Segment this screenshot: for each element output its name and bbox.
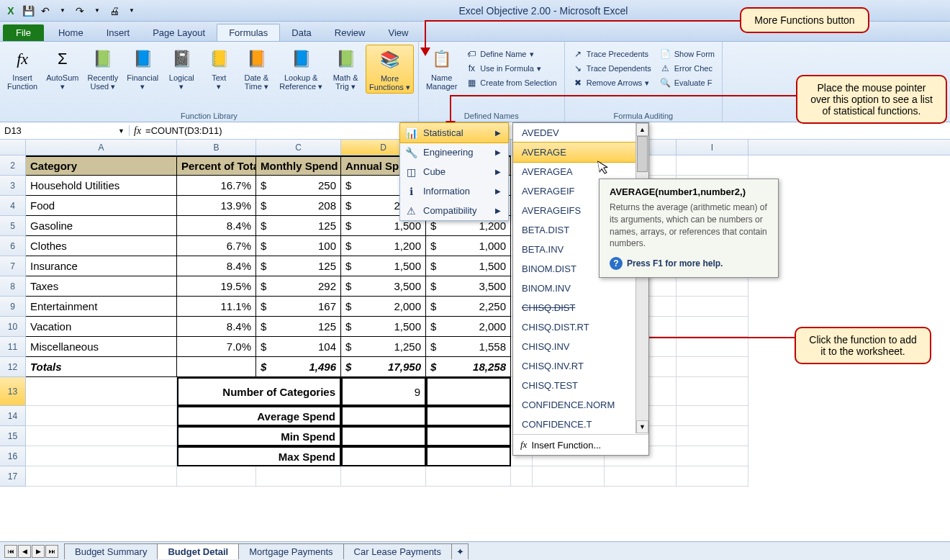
function-item-chisq-test[interactable]: CHISQ.TEST [513, 376, 648, 395]
row-header[interactable]: 15 [0, 426, 26, 446]
show-formulas-button[interactable]: 📄Show Form [657, 48, 718, 60]
summary-label[interactable]: Max Spend [177, 446, 341, 466]
save-icon[interactable]: 💾 [20, 3, 36, 19]
function-item-average[interactable]: AVERAGE [513, 142, 648, 163]
menu-item-information[interactable]: ℹInformation▶ [400, 181, 508, 201]
financial-button[interactable]: 📘Financial▾ [124, 45, 161, 92]
cell-monthly[interactable]: $125 [256, 317, 341, 337]
totals-monthly[interactable]: $1,496 [256, 357, 341, 377]
row-header[interactable]: 10 [0, 317, 26, 337]
cell-category[interactable]: Gasoline [26, 216, 177, 236]
cell-monthly[interactable]: $125 [256, 256, 341, 276]
error-checking-button[interactable]: ⚠Error Chec [657, 62, 718, 75]
sheet-nav-prev[interactable]: ◀ [18, 545, 31, 558]
menu-item-compatibility[interactable]: ⚠Compatibility▶ [400, 201, 508, 220]
function-item-avedev[interactable]: AVEDEV [513, 123, 648, 143]
cell-category[interactable]: Food [26, 196, 177, 216]
cell[interactable] [677, 357, 748, 377]
function-item-confidence-norm[interactable]: CONFIDENCE.NORM [513, 395, 648, 415]
sheet-nav-first[interactable]: ⏮ [4, 545, 17, 558]
cell-monthly[interactable]: $208 [256, 196, 341, 216]
tab-home[interactable]: Home [47, 24, 95, 41]
cell[interactable] [341, 426, 426, 446]
sheet-nav-next[interactable]: ▶ [32, 545, 45, 558]
function-item-binom-inv[interactable]: BINOM.INV [513, 279, 648, 298]
cell[interactable] [533, 466, 605, 487]
summary-label[interactable]: Average Spend [177, 406, 341, 426]
tab-view[interactable]: View [376, 24, 420, 41]
cell[interactable] [341, 466, 426, 487]
cell-category[interactable]: Clothes [26, 236, 177, 256]
row-header[interactable]: 11 [0, 337, 26, 357]
tab-formulas[interactable]: Formulas [217, 24, 280, 41]
cell[interactable] [26, 446, 177, 466]
cell[interactable] [426, 466, 511, 487]
cell-monthly[interactable]: $104 [256, 337, 341, 357]
sheet-nav-last[interactable]: ⏭ [45, 545, 58, 558]
sheet-tab-mortgage[interactable]: Mortgage Payments [238, 543, 343, 559]
cell-lastyear[interactable]: $1,000 [426, 236, 511, 256]
cell[interactable] [341, 406, 426, 426]
cell[interactable] [677, 276, 748, 297]
excel-icon[interactable]: X [3, 3, 19, 19]
cell-category[interactable]: Household Utilities [26, 176, 177, 196]
scroll-down-icon[interactable]: ▼ [636, 420, 648, 433]
menu-item-cube[interactable]: ◫Cube▶ [400, 162, 508, 181]
cell[interactable] [426, 377, 511, 406]
cell[interactable] [677, 446, 748, 466]
cell-annual[interactable]: $1,500 [341, 256, 426, 276]
row-header[interactable]: 3 [0, 176, 26, 196]
row-header[interactable]: 6 [0, 236, 26, 256]
cell[interactable] [26, 466, 177, 487]
cell-percent[interactable]: 8.4% [177, 216, 256, 236]
header-monthly[interactable]: Monthly Spend [256, 155, 341, 176]
cell[interactable] [677, 377, 748, 406]
sheet-tab-car[interactable]: Car Lease Payments [343, 543, 452, 559]
totals-lastyear[interactable]: $18,258 [426, 357, 511, 377]
function-item-chisq-inv-rt[interactable]: CHISQ.INV.RT [513, 356, 648, 376]
redo-dropdown-icon[interactable]: ▼ [89, 3, 105, 19]
cell-annual[interactable]: $3,500 [341, 276, 426, 297]
selected-cell[interactable]: 9 [341, 377, 426, 406]
recently-used-button[interactable]: 📗Recently Used ▾ [84, 45, 121, 92]
create-from-selection-button[interactable]: ▦Create from Selection [463, 76, 559, 89]
function-item-chisq-dist[interactable]: CHISQ.DIST [513, 298, 648, 317]
cell[interactable] [177, 357, 256, 377]
col-header-b[interactable]: B [177, 140, 256, 155]
row-header[interactable]: 17 [0, 466, 26, 487]
cell-monthly[interactable]: $167 [256, 297, 341, 317]
insert-function-button[interactable]: fxInsert Function [4, 45, 40, 92]
cell[interactable] [677, 406, 748, 426]
qat-customize-icon[interactable]: ▼ [124, 3, 140, 19]
cell[interactable] [677, 337, 748, 357]
tab-page-layout[interactable]: Page Layout [141, 24, 217, 41]
cell-monthly[interactable]: $100 [256, 236, 341, 256]
cell-percent[interactable]: 11.1% [177, 297, 256, 317]
summary-label[interactable]: Min Spend [177, 426, 341, 446]
cell-monthly[interactable]: $292 [256, 276, 341, 297]
cell-monthly[interactable]: $250 [256, 176, 341, 196]
cell-percent[interactable]: 13.9% [177, 196, 256, 216]
cell-lastyear[interactable]: $3,500 [426, 276, 511, 297]
function-list-scrollbar[interactable]: ▲ ▼ [635, 123, 648, 433]
cell[interactable] [426, 426, 511, 446]
function-item-confidence-t[interactable]: CONFIDENCE.T [513, 415, 648, 434]
scroll-up-icon[interactable]: ▲ [636, 123, 648, 136]
col-header-c[interactable]: C [256, 140, 341, 155]
row-header[interactable]: 4 [0, 196, 26, 216]
cell[interactable] [677, 426, 748, 446]
redo-icon[interactable]: ↷ [72, 3, 88, 19]
header-category[interactable]: Category [26, 155, 177, 176]
cell-category[interactable]: Taxes [26, 276, 177, 297]
math-trig-button[interactable]: 📗Math & Trig ▾ [328, 45, 363, 92]
cell-lastyear[interactable]: $1,558 [426, 337, 511, 357]
tab-data[interactable]: Data [280, 24, 322, 41]
cell-lastyear[interactable]: $1,500 [426, 256, 511, 276]
cell-category[interactable]: Miscellaneous [26, 337, 177, 357]
text-button[interactable]: 📒Text▾ [202, 45, 236, 92]
col-header-i[interactable]: I [677, 140, 748, 155]
scroll-thumb[interactable] [637, 136, 648, 172]
cell-annual[interactable]: $1,250 [341, 337, 426, 357]
row-header[interactable]: 8 [0, 276, 26, 297]
function-item-chisq-dist-rt[interactable]: CHISQ.DIST.RT [513, 317, 648, 337]
